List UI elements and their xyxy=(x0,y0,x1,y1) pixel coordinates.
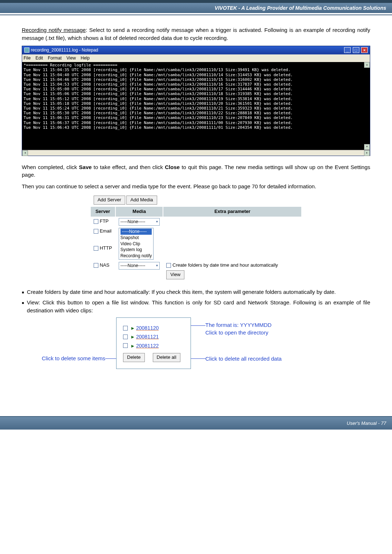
enter-icon[interactable]: ▸ xyxy=(131,324,134,332)
dir-row: ▸ 20081121 xyxy=(123,333,180,340)
intro-paragraph: Recording notify message: Select to send… xyxy=(22,26,370,42)
email-checkbox[interactable] xyxy=(94,229,98,234)
bullet-icon: ■ xyxy=(22,290,24,296)
option-video-clip[interactable]: Video Clip xyxy=(121,241,152,247)
header-title: VIVOTEK - A Leading Provider of Multimed… xyxy=(215,5,386,11)
row-nas: NAS -----None-----▾ Create folders by da… xyxy=(91,261,302,280)
menu-view[interactable]: View xyxy=(66,56,76,61)
notepad-titlebar: recording_20081111.log - Notepad _ □ × xyxy=(22,46,370,54)
menu-edit[interactable]: Edit xyxy=(36,56,43,61)
delete-button[interactable]: Delete xyxy=(123,353,145,362)
chevron-down-icon: ▾ xyxy=(156,219,158,225)
row-email: Email -----None----- Snapshot Video Clip… xyxy=(91,227,302,243)
dir-link[interactable]: 20081120 xyxy=(136,324,159,332)
option-system-log[interactable]: System log xyxy=(121,247,152,253)
maximize-button[interactable]: □ xyxy=(353,47,359,53)
menu-format[interactable]: Format xyxy=(48,56,62,61)
callout-delete-all: Click to delete all recorded data xyxy=(205,355,370,362)
close-button[interactable]: × xyxy=(361,47,368,53)
bullet-icon: ■ xyxy=(22,300,24,315)
view-button[interactable]: View xyxy=(166,270,184,279)
notepad-title-text: recording_20081111.log - Notepad xyxy=(31,47,98,53)
intro-label: Recording notify message xyxy=(22,27,86,33)
nas-checkbox[interactable] xyxy=(94,263,98,268)
notepad-icon xyxy=(24,48,29,53)
completion-paragraph: When completed, click Save to take effec… xyxy=(22,163,370,179)
dir-checkbox[interactable] xyxy=(123,335,128,339)
notepad-body[interactable]: *========= Recording logfile ========== … xyxy=(22,62,370,149)
dir-checkbox[interactable] xyxy=(123,326,128,331)
page-footer: User's Manual - 77 xyxy=(0,416,392,430)
horizontal-scrollbar[interactable]: ◂ ▸ xyxy=(22,150,370,156)
close-keyword: Close xyxy=(165,164,180,170)
directory-box: ▸ 20081120 ▸ 20081121 ▸ 20081122 Delete … xyxy=(116,317,191,369)
nas-media-select[interactable]: -----None-----▾ xyxy=(119,262,160,270)
col-extra: Extra parameter xyxy=(163,207,301,217)
dir-link[interactable]: 20081122 xyxy=(136,342,159,349)
callout-delete-items: Click to delete some items xyxy=(42,354,105,362)
option-recording-notify[interactable]: Recording notify xyxy=(121,253,152,259)
bullet-create-folders: ■ Create folders by date time and hour a… xyxy=(22,288,370,296)
media-table: Add Server Add Media Server Media Extra … xyxy=(90,194,302,281)
bullet-view: ■ View: Click this button to open a file… xyxy=(22,299,370,315)
add-media-button[interactable]: Add Media xyxy=(126,196,157,205)
dir-row: ▸ 20081120 xyxy=(123,324,180,332)
scroll-left-icon[interactable]: ◂ xyxy=(22,150,28,156)
page-header: VIVOTEK - A Leading Provider of Multimed… xyxy=(0,0,392,13)
callout-format: The format is: YYYYMMDD Click to open th… xyxy=(205,321,370,336)
dir-link[interactable]: 20081121 xyxy=(136,333,159,340)
dir-row: ▸ 20081122 xyxy=(123,342,180,349)
notepad-menubar: File Edit Format View Help xyxy=(22,54,370,62)
directory-figure: Click to delete some items ▸ 20081120 ▸ … xyxy=(22,317,370,369)
option-snapshot[interactable]: Snapshot xyxy=(121,235,152,241)
create-folders-checkbox[interactable] xyxy=(166,263,171,268)
window-controls: _ □ × xyxy=(343,47,368,53)
menu-file[interactable]: File xyxy=(24,56,30,61)
notepad-window: recording_20081111.log - Notepad _ □ × F… xyxy=(22,46,370,156)
chevron-down-icon: ▾ xyxy=(156,263,158,268)
http-checkbox[interactable] xyxy=(94,246,98,251)
col-server: Server xyxy=(91,207,115,217)
row-ftp: FTP -----None-----▾ xyxy=(91,217,302,226)
dir-checkbox[interactable] xyxy=(123,343,128,348)
add-server-button[interactable]: Add Server xyxy=(94,196,125,205)
enter-icon[interactable]: ▸ xyxy=(131,333,134,340)
enter-icon[interactable]: ▸ xyxy=(131,342,134,349)
ftp-media-select[interactable]: -----None-----▾ xyxy=(119,218,160,226)
menu-help[interactable]: Help xyxy=(81,56,90,61)
minimize-button[interactable]: _ xyxy=(344,47,351,53)
continue-paragraph: Then you can continue to select a server… xyxy=(22,182,370,190)
footer-text: User's Manual - 77 xyxy=(347,420,386,426)
email-media-select-open[interactable]: -----None----- Snapshot Video Clip Syste… xyxy=(119,228,154,260)
scroll-down-icon[interactable]: ▾ xyxy=(364,144,370,150)
scroll-right-icon[interactable]: ▸ xyxy=(364,150,370,156)
ftp-checkbox[interactable] xyxy=(94,219,98,224)
scroll-up-icon[interactable]: ▴ xyxy=(364,62,370,68)
save-keyword: Save xyxy=(79,164,92,170)
delete-all-button[interactable]: Delete all xyxy=(153,353,180,362)
col-media: Media xyxy=(116,207,163,217)
